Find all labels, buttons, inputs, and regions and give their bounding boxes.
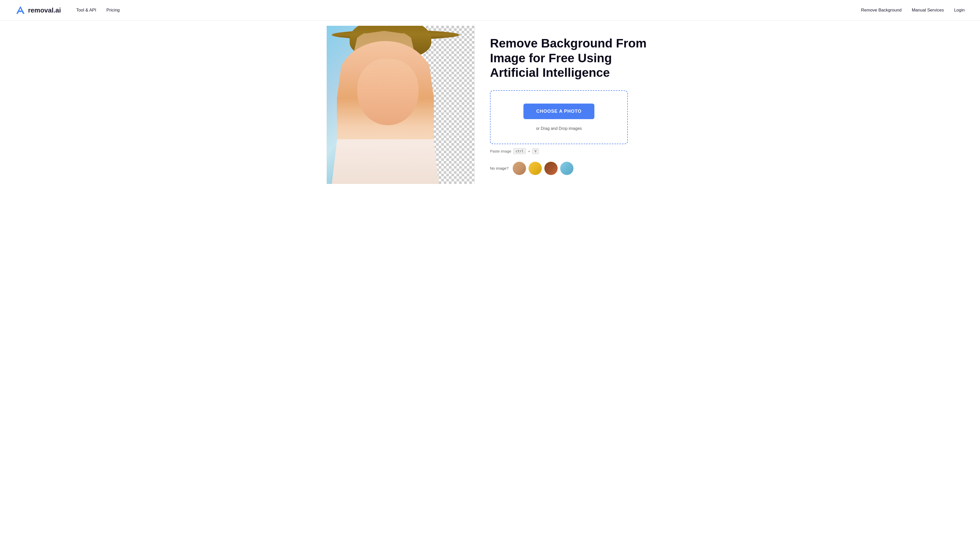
upload-area[interactable]: CHOOSE A PHOTO or Drag and Drop images — [490, 90, 628, 144]
no-image-label: No image? — [490, 166, 509, 170]
sample-images-list — [513, 162, 573, 175]
logo-link[interactable]: removal.ai — [15, 5, 61, 15]
hero-title: Remove Background From Image for Free Us… — [490, 36, 653, 80]
nav-remove-background[interactable]: Remove Background — [861, 8, 902, 13]
v-key-badge: V — [532, 148, 539, 154]
choose-photo-button[interactable]: CHOOSE A PHOTO — [523, 103, 594, 119]
logo-text: removal.ai — [28, 6, 61, 14]
main-content: Remove Background From Image for Free Us… — [311, 21, 669, 184]
paste-hint-area: Paste image ctrl + V — [490, 148, 653, 154]
hero-content: Remove Background From Image for Free Us… — [490, 26, 653, 175]
sample-image-3[interactable] — [544, 162, 558, 175]
nav-pricing[interactable]: Pricing — [107, 8, 120, 13]
sample-image-4[interactable] — [560, 162, 573, 175]
paste-label: Paste image — [490, 149, 511, 153]
logo-icon — [15, 5, 25, 15]
hero-image-container — [327, 26, 475, 184]
ctrl-key-badge: ctrl — [513, 148, 526, 154]
nav-login[interactable]: Login — [954, 8, 965, 13]
site-header: removal.ai Tool & API Pricing Remove Bac… — [0, 0, 980, 21]
nav-tool-api[interactable]: Tool & API — [76, 8, 96, 13]
drag-drop-label: or Drag and Drop images — [498, 126, 620, 131]
header-right: Remove Background Manual Services Login — [861, 8, 965, 13]
nav-manual-services[interactable]: Manual Services — [912, 8, 944, 13]
no-image-section: No image? — [490, 162, 653, 175]
plus-sign: + — [528, 149, 530, 153]
sample-image-2[interactable] — [528, 162, 542, 175]
header-left: removal.ai Tool & API Pricing — [15, 5, 120, 15]
sample-image-1[interactable] — [513, 162, 526, 175]
main-nav: Tool & API Pricing — [76, 8, 120, 13]
face — [357, 59, 418, 125]
